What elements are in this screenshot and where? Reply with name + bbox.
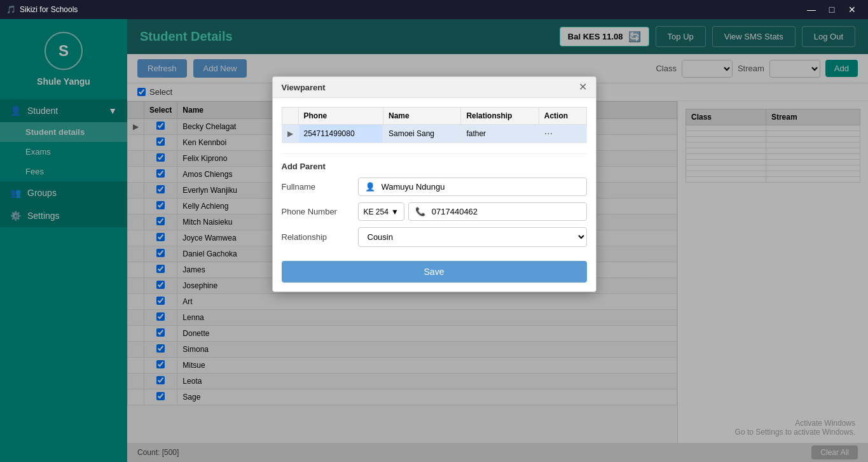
save-button[interactable]: Save (282, 261, 587, 283)
fullname-input-wrapper: 👤 (358, 178, 587, 196)
phone-number-input[interactable] (429, 206, 580, 218)
phone-country-label: KE 254 (364, 207, 389, 216)
fullname-input[interactable] (379, 181, 580, 193)
app-title-area: 🎵 Sikizi for Schools (6, 5, 78, 14)
modal-close-button[interactable]: ✕ (579, 82, 587, 92)
app-title: Sikizi for Schools (20, 5, 78, 14)
view-parent-modal: Viewparent ✕ Phone Name Relationship Act… (272, 76, 596, 292)
parents-table: Phone Name Relationship Action ▶ 2547114… (282, 107, 587, 143)
modal-header: Viewparent ✕ (273, 77, 596, 98)
phone-label: Phone Number (282, 207, 352, 216)
parents-action-col: Action (539, 108, 586, 125)
phone-country-select[interactable]: KE 254 ▼ (358, 202, 404, 221)
app-icon: 🎵 (6, 5, 16, 14)
person-icon: 👤 (365, 182, 375, 192)
parent-phone-0: 254711499080 (298, 125, 383, 143)
fullname-row: Fullname 👤 (282, 178, 587, 196)
phone-number-wrapper: 📞 (408, 202, 587, 221)
phone-icon: 📞 (415, 207, 425, 216)
parents-name-col: Name (383, 108, 460, 125)
add-parent-section: Add Parent Fullname 👤 Phone Number KE 25… (282, 153, 587, 283)
parents-expand-col (282, 108, 298, 125)
phone-group: KE 254 ▼ 📞 (358, 202, 587, 221)
title-bar: 🎵 Sikizi for Schools — □ ✕ (0, 0, 868, 19)
parent-name-0: Samoei Sang (383, 125, 460, 143)
modal-title: Viewparent (282, 83, 326, 92)
window-controls: — □ ✕ (802, 3, 862, 16)
parent-row: ▶ 254711499080 Samoei Sang father ··· (282, 125, 586, 143)
modal-overlay: Viewparent ✕ Phone Name Relationship Act… (0, 19, 868, 462)
phone-row: Phone Number KE 254 ▼ 📞 (282, 202, 587, 221)
add-parent-title: Add Parent (282, 162, 587, 171)
fullname-label: Fullname (282, 182, 352, 192)
relationship-row: Relationship FatherMotherGuardianCousinU… (282, 227, 587, 247)
modal-body: Phone Name Relationship Action ▶ 2547114… (273, 98, 596, 291)
relationship-label: Relationship (282, 232, 352, 242)
minimize-button[interactable]: — (802, 3, 821, 16)
parent-expand-0[interactable]: ▶ (282, 125, 298, 143)
parent-relationship-0: father (461, 125, 539, 143)
action-dots-0[interactable]: ··· (544, 128, 553, 139)
parents-relationship-col: Relationship (461, 108, 539, 125)
parents-phone-col: Phone (298, 108, 383, 125)
parent-action-0: ··· (539, 125, 586, 143)
close-button[interactable]: ✕ (843, 3, 862, 16)
maximize-button[interactable]: □ (822, 3, 841, 16)
phone-dropdown-icon: ▼ (391, 207, 399, 216)
relationship-select[interactable]: FatherMotherGuardianCousinUncleAuntSibli… (358, 227, 587, 247)
